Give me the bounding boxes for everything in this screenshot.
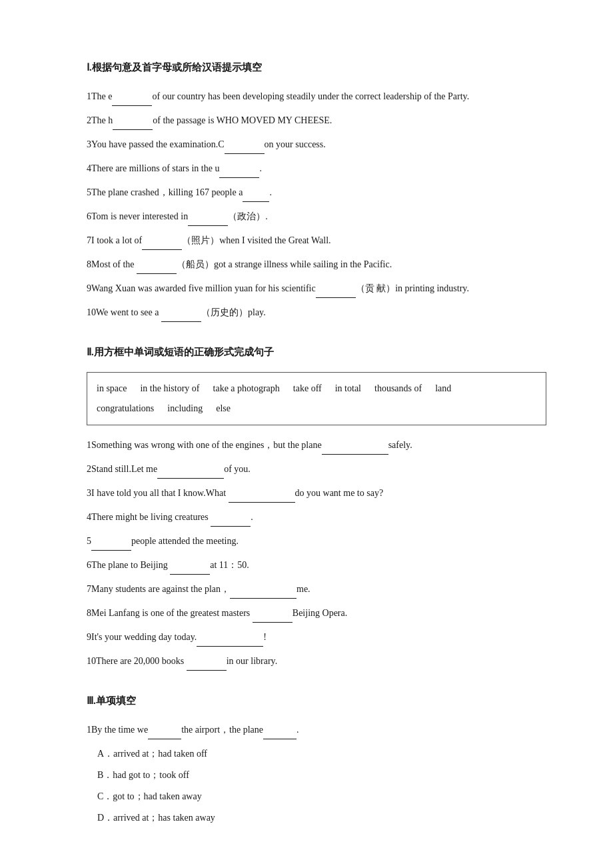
word-congratulations: congratulations xyxy=(97,399,154,418)
word-else: else xyxy=(216,399,231,418)
word-box-line2: congratulations including else xyxy=(97,399,536,418)
blank-1-10[interactable] xyxy=(161,310,201,322)
option-d: D．arrived at；has taken away xyxy=(97,809,546,827)
blank-1-5[interactable] xyxy=(243,190,269,202)
blank-2-10[interactable] xyxy=(187,659,227,671)
q1-2: 2The hof the passage is WHO MOVED MY CHE… xyxy=(87,111,546,130)
q2-1: 1Something was wrong with one of the eng… xyxy=(87,436,546,455)
blank-2-4[interactable] xyxy=(211,515,251,527)
word-take-photograph: take a photograph xyxy=(213,379,280,398)
blank-1-4[interactable] xyxy=(219,166,259,178)
word-land: land xyxy=(435,379,451,398)
option-b: B．had got to；took off xyxy=(97,766,546,785)
section1-title: Ⅰ.根据句意及首字母或所给汉语提示填空 xyxy=(87,59,546,77)
blank-3-1a[interactable] xyxy=(148,727,181,739)
q1-7: 7I took a lot of（照片）when I visited the G… xyxy=(87,231,546,250)
word-box-line1: in space in the history of take a photog… xyxy=(97,379,536,398)
q1-10: 10We went to see a （历史的）play. xyxy=(87,303,546,322)
blank-2-2[interactable] xyxy=(157,467,224,479)
blank-2-1[interactable] xyxy=(322,443,388,455)
q1-1: 1The eof our country has been developing… xyxy=(87,87,546,106)
q2-3: 3I have told you all that I know.What do… xyxy=(87,484,546,503)
word-including: including xyxy=(167,399,203,418)
option-a: A．arrived at；had taken off xyxy=(97,745,546,763)
q2-6: 6The plane to Beijing at 11：50. xyxy=(87,556,546,575)
blank-2-6[interactable] xyxy=(170,563,210,575)
option-c: C．got to；had taken away xyxy=(97,787,546,806)
q1-4: 4There are millions of stars in the u. xyxy=(87,159,546,178)
blank-2-5[interactable] xyxy=(91,539,131,551)
word-take-off: take off xyxy=(293,379,322,398)
section3-title: Ⅲ.单项填空 xyxy=(87,692,546,710)
blank-2-7[interactable] xyxy=(230,587,297,599)
q1-3: 3You have passed the examination.Con you… xyxy=(87,135,546,154)
q3-1-options: A．arrived at；had taken off B．had got to；… xyxy=(97,745,546,827)
blank-3-1b[interactable] xyxy=(263,727,297,739)
q2-2: 2Stand still.Let meof you. xyxy=(87,460,546,479)
blank-1-2[interactable] xyxy=(113,118,153,130)
q1-6: 6Tom is never interested in（政治）. xyxy=(87,207,546,226)
word-in-space: in space xyxy=(97,379,127,398)
q1-5: 5The plane crashed，killing 167 people a. xyxy=(87,183,546,202)
blank-1-8[interactable] xyxy=(137,262,177,274)
word-box: in space in the history of take a photog… xyxy=(87,372,546,425)
blank-2-9[interactable] xyxy=(197,635,263,647)
blank-1-6[interactable] xyxy=(188,214,228,226)
word-in-total: in total xyxy=(335,379,361,398)
word-in-history: in the history of xyxy=(140,379,199,398)
q2-7: 7Many students are against the plan，me. xyxy=(87,580,546,599)
blank-1-9[interactable] xyxy=(316,286,356,298)
section2-title: Ⅱ.用方框中单词或短语的正确形式完成句子 xyxy=(87,343,546,361)
blank-1-3[interactable] xyxy=(225,142,265,154)
q2-9: 9It's your wedding day today.! xyxy=(87,628,546,647)
q2-5: 5people attended the meeting. xyxy=(87,532,546,551)
word-thousands-of: thousands of xyxy=(374,379,422,398)
blank-2-8[interactable] xyxy=(253,611,293,623)
q2-4: 4There might be living creatures . xyxy=(87,508,546,527)
blank-1-1[interactable] xyxy=(112,94,152,106)
blank-2-3[interactable] xyxy=(229,491,295,503)
blank-1-7[interactable] xyxy=(142,238,182,250)
q1-9: 9Wang Xuan was awarded five million yuan… xyxy=(87,279,546,298)
q2-8: 8Mei Lanfang is one of the greatest mast… xyxy=(87,604,546,623)
q1-8: 8Most of the （船员）got a strange illness w… xyxy=(87,255,546,274)
q2-10: 10There are 20,000 books in our library. xyxy=(87,652,546,671)
q3-1-stem: 1By the time wethe airport，the plane. xyxy=(87,721,546,739)
